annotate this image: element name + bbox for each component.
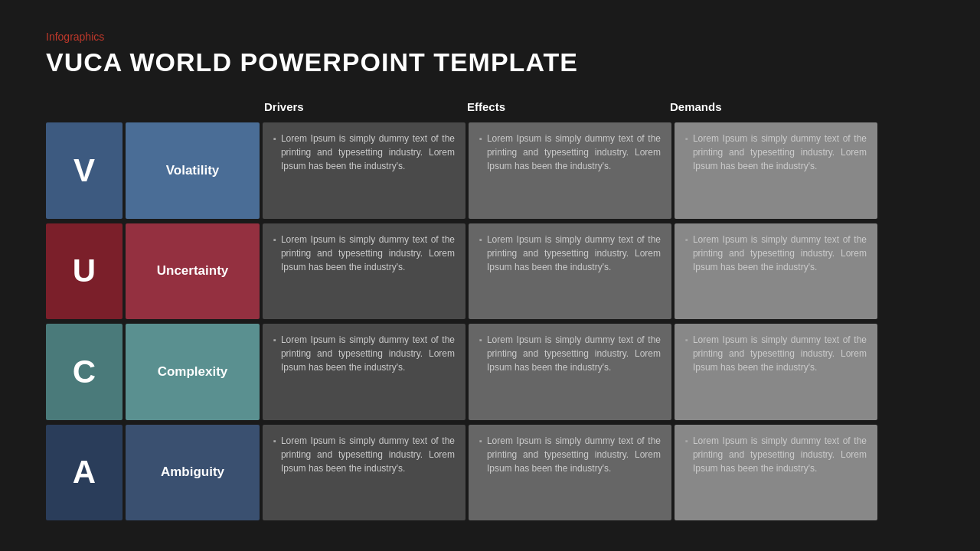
effects-text-volatility: Lorem Ipsum is simply dummy text of the …	[487, 132, 661, 173]
drivers-text-volatility: Lorem Ipsum is simply dummy text of the …	[281, 132, 455, 173]
effects-cell-volatility: ▪ Lorem Ipsum is simply dummy text of th…	[469, 122, 671, 219]
bullet-u-drivers: ▪	[273, 233, 276, 246]
bullet-c-drivers: ▪	[273, 334, 276, 347]
demands-cell-ambiguity: ▪ Lorem Ipsum is simply dummy text of th…	[675, 425, 877, 521]
label-cell-uncertainty: Uncertainty	[126, 223, 260, 320]
drivers-text-complexity: Lorem Ipsum is simply dummy text of the …	[281, 333, 455, 374]
vuca-row-ambiguity: A Ambiguity ▪ Lorem Ipsum is simply dumm…	[46, 425, 934, 521]
bullet-u-demands: ▪	[685, 233, 688, 246]
col-header-drivers: Drivers	[256, 100, 459, 119]
letter-cell-v: V	[46, 122, 122, 219]
bullet-v-drivers: ▪	[273, 132, 276, 145]
drivers-cell-uncertainty: ▪ Lorem Ipsum is simply dummy text of th…	[263, 223, 466, 320]
demands-text-uncertainty: Lorem Ipsum is simply dummy text of the …	[693, 233, 867, 274]
label-cell-volatility: Volatility	[126, 122, 260, 219]
bullet-u-effects: ▪	[479, 233, 482, 246]
drivers-cell-complexity: ▪ Lorem Ipsum is simply dummy text of th…	[263, 324, 466, 420]
effects-cell-complexity: ▪ Lorem Ipsum is simply dummy text of th…	[469, 324, 671, 420]
drivers-cell-volatility: ▪ Lorem Ipsum is simply dummy text of th…	[263, 122, 466, 219]
col-header-effects: Effects	[459, 100, 662, 119]
demands-cell-uncertainty: ▪ Lorem Ipsum is simply dummy text of th…	[675, 223, 877, 320]
label-cell-ambiguity: Ambiguity	[126, 425, 260, 521]
vuca-row-volatility: V Volatility ▪ Lorem Ipsum is simply dum…	[46, 122, 934, 219]
bullet-a-effects: ▪	[479, 435, 482, 448]
bullet-a-demands: ▪	[685, 435, 688, 448]
bullet-v-demands: ▪	[685, 132, 688, 145]
letter-cell-a: A	[46, 425, 122, 521]
effects-cell-uncertainty: ▪ Lorem Ipsum is simply dummy text of th…	[469, 223, 671, 320]
effects-cell-ambiguity: ▪ Lorem Ipsum is simply dummy text of th…	[469, 425, 671, 521]
col-header-demands: Demands	[662, 100, 865, 119]
demands-text-complexity: Lorem Ipsum is simply dummy text of the …	[693, 333, 867, 374]
drivers-cell-ambiguity: ▪ Lorem Ipsum is simply dummy text of th…	[263, 425, 466, 521]
col-empty-1	[46, 100, 122, 119]
drivers-text-uncertainty: Lorem Ipsum is simply dummy text of the …	[281, 233, 455, 274]
effects-text-uncertainty: Lorem Ipsum is simply dummy text of the …	[487, 233, 661, 274]
col-empty-2	[122, 100, 256, 119]
demands-cell-volatility: ▪ Lorem Ipsum is simply dummy text of th…	[675, 122, 877, 219]
table-container: Drivers Effects Demands V Volatility ▪ L…	[46, 100, 934, 520]
letter-cell-u: U	[46, 223, 122, 320]
bullet-a-drivers: ▪	[273, 435, 276, 448]
effects-text-complexity: Lorem Ipsum is simply dummy text of the …	[487, 333, 661, 374]
label-cell-complexity: Complexity	[126, 324, 260, 420]
demands-text-volatility: Lorem Ipsum is simply dummy text of the …	[693, 132, 867, 173]
vuca-row-uncertainty: U Uncertainty ▪ Lorem Ipsum is simply du…	[46, 223, 934, 320]
bullet-v-effects: ▪	[479, 132, 482, 145]
drivers-text-ambiguity: Lorem Ipsum is simply dummy text of the …	[281, 434, 455, 475]
column-headers: Drivers Effects Demands	[46, 100, 934, 119]
bullet-c-demands: ▪	[685, 334, 688, 347]
demands-cell-complexity: ▪ Lorem Ipsum is simply dummy text of th…	[675, 324, 877, 420]
slide: Infographics VUCA WORLD POWERPOINT TEMPL…	[0, 0, 980, 551]
effects-text-ambiguity: Lorem Ipsum is simply dummy text of the …	[487, 434, 661, 475]
header: Infographics VUCA WORLD POWERPOINT TEMPL…	[46, 31, 934, 77]
category-label: Infographics	[46, 31, 934, 43]
bullet-c-effects: ▪	[479, 334, 482, 347]
slide-title: VUCA WORLD POWERPOINT TEMPLATE	[46, 47, 934, 77]
rows-container: V Volatility ▪ Lorem Ipsum is simply dum…	[46, 122, 934, 520]
letter-cell-c: C	[46, 324, 122, 420]
vuca-row-complexity: C Complexity ▪ Lorem Ipsum is simply dum…	[46, 324, 934, 420]
demands-text-ambiguity: Lorem Ipsum is simply dummy text of the …	[693, 434, 867, 475]
